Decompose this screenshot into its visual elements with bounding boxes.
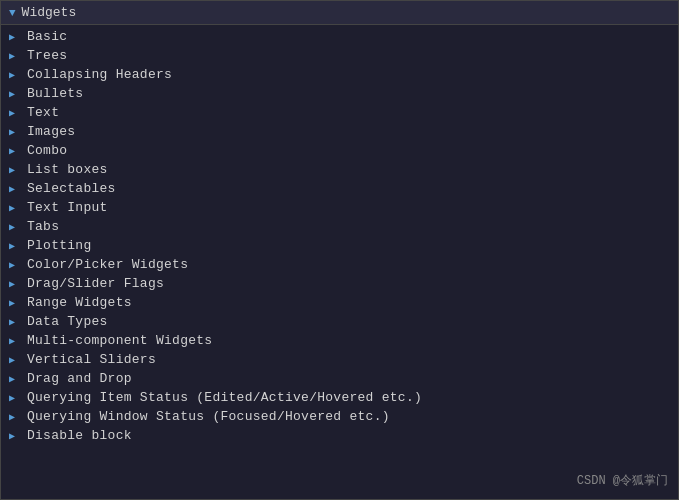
menu-item-label-range-widgets: Range Widgets: [27, 295, 132, 310]
menu-item-label-color-picker-widgets: Color/Picker Widgets: [27, 257, 188, 272]
menu-item-label-trees: Trees: [27, 48, 67, 63]
arrow-icon-list-boxes: ▶: [9, 164, 21, 176]
menu-item-label-bullets: Bullets: [27, 86, 83, 101]
menu-item-text[interactable]: ▶Text: [1, 103, 678, 122]
menu-item-color-picker-widgets[interactable]: ▶Color/Picker Widgets: [1, 255, 678, 274]
arrow-icon-bullets: ▶: [9, 88, 21, 100]
menu-item-range-widgets[interactable]: ▶Range Widgets: [1, 293, 678, 312]
arrow-icon-text-input: ▶: [9, 202, 21, 214]
menu-item-querying-window-status[interactable]: ▶Querying Window Status (Focused/Hovered…: [1, 407, 678, 426]
menu-item-basic[interactable]: ▶Basic: [1, 27, 678, 46]
window-title: Widgets: [22, 5, 77, 20]
title-bar[interactable]: ▼ Widgets: [1, 1, 678, 25]
arrow-icon-combo: ▶: [9, 145, 21, 157]
menu-item-label-tabs: Tabs: [27, 219, 59, 234]
arrow-icon-selectables: ▶: [9, 183, 21, 195]
menu-item-label-multi-component-widgets: Multi-component Widgets: [27, 333, 212, 348]
main-window: ▼ Widgets ▶Basic▶Trees▶Collapsing Header…: [0, 0, 679, 500]
menu-item-multi-component-widgets[interactable]: ▶Multi-component Widgets: [1, 331, 678, 350]
menu-item-list-boxes[interactable]: ▶List boxes: [1, 160, 678, 179]
title-collapse-arrow[interactable]: ▼: [9, 7, 16, 19]
menu-item-label-collapsing-headers: Collapsing Headers: [27, 67, 172, 82]
menu-item-vertical-sliders[interactable]: ▶Vertical Sliders: [1, 350, 678, 369]
menu-item-querying-item-status[interactable]: ▶Querying Item Status (Edited/Active/Hov…: [1, 388, 678, 407]
menu-item-selectables[interactable]: ▶Selectables: [1, 179, 678, 198]
menu-item-tabs[interactable]: ▶Tabs: [1, 217, 678, 236]
arrow-icon-color-picker-widgets: ▶: [9, 259, 21, 271]
menu-item-label-querying-item-status: Querying Item Status (Edited/Active/Hove…: [27, 390, 422, 405]
menu-item-label-selectables: Selectables: [27, 181, 116, 196]
arrow-icon-querying-window-status: ▶: [9, 411, 21, 423]
arrow-icon-querying-item-status: ▶: [9, 392, 21, 404]
menu-item-label-combo: Combo: [27, 143, 67, 158]
arrow-icon-drag-and-drop: ▶: [9, 373, 21, 385]
menu-item-trees[interactable]: ▶Trees: [1, 46, 678, 65]
menu-item-bullets[interactable]: ▶Bullets: [1, 84, 678, 103]
menu-item-label-plotting: Plotting: [27, 238, 92, 253]
menu-item-collapsing-headers[interactable]: ▶Collapsing Headers: [1, 65, 678, 84]
menu-item-label-drag-and-drop: Drag and Drop: [27, 371, 132, 386]
arrow-icon-data-types: ▶: [9, 316, 21, 328]
menu-item-combo[interactable]: ▶Combo: [1, 141, 678, 160]
arrow-icon-drag-slider-flags: ▶: [9, 278, 21, 290]
arrow-icon-multi-component-widgets: ▶: [9, 335, 21, 347]
arrow-icon-tabs: ▶: [9, 221, 21, 233]
menu-item-text-input[interactable]: ▶Text Input: [1, 198, 678, 217]
arrow-icon-images: ▶: [9, 126, 21, 138]
menu-item-label-text-input: Text Input: [27, 200, 108, 215]
arrow-icon-plotting: ▶: [9, 240, 21, 252]
menu-item-label-vertical-sliders: Vertical Sliders: [27, 352, 156, 367]
menu-item-label-querying-window-status: Querying Window Status (Focused/Hovered …: [27, 409, 390, 424]
menu-item-label-disable-block: Disable block: [27, 428, 132, 443]
menu-item-label-images: Images: [27, 124, 75, 139]
arrow-icon-disable-block: ▶: [9, 430, 21, 442]
watermark: CSDN @令狐掌门: [577, 472, 668, 489]
menu-item-label-drag-slider-flags: Drag/Slider Flags: [27, 276, 164, 291]
arrow-icon-trees: ▶: [9, 50, 21, 62]
menu-item-label-data-types: Data Types: [27, 314, 108, 329]
arrow-icon-text: ▶: [9, 107, 21, 119]
arrow-icon-basic: ▶: [9, 31, 21, 43]
arrow-icon-vertical-sliders: ▶: [9, 354, 21, 366]
menu-item-images[interactable]: ▶Images: [1, 122, 678, 141]
menu-item-disable-block[interactable]: ▶Disable block: [1, 426, 678, 445]
menu-item-label-list-boxes: List boxes: [27, 162, 108, 177]
menu-item-drag-slider-flags[interactable]: ▶Drag/Slider Flags: [1, 274, 678, 293]
menu-item-drag-and-drop[interactable]: ▶Drag and Drop: [1, 369, 678, 388]
menu-item-label-basic: Basic: [27, 29, 67, 44]
menu-item-label-text: Text: [27, 105, 59, 120]
menu-item-data-types[interactable]: ▶Data Types: [1, 312, 678, 331]
menu-item-plotting[interactable]: ▶Plotting: [1, 236, 678, 255]
widgets-list: ▶Basic▶Trees▶Collapsing Headers▶Bullets▶…: [1, 25, 678, 447]
arrow-icon-collapsing-headers: ▶: [9, 69, 21, 81]
arrow-icon-range-widgets: ▶: [9, 297, 21, 309]
